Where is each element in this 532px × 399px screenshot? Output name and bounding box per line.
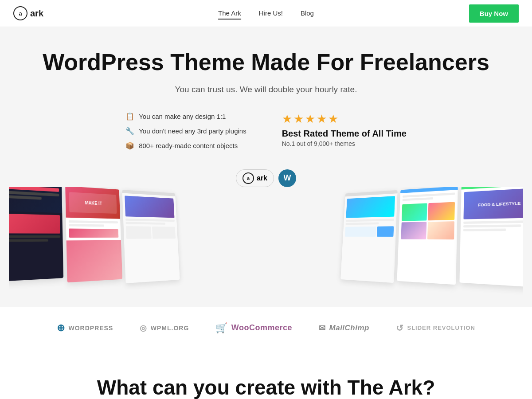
nav-item-the-ark[interactable]: The Ark	[218, 9, 241, 17]
partners-section: ⊕ WORDPRESS ◎ WPML.ORG 🛒 WooCommerce ✉ M…	[0, 307, 532, 349]
copy-icon: 📋	[125, 112, 134, 121]
nav-item-hire-us[interactable]: Hire Us!	[259, 9, 283, 17]
logo-name: ark	[30, 8, 43, 19]
partner-slider-label: SLIDER REVOLUTION	[407, 325, 475, 331]
partner-wpml-label: WPML.ORG	[151, 325, 189, 332]
partner-woo-label: WooCommerce	[231, 323, 292, 332]
hero-subtitle: You can trust us. We will double your ho…	[9, 85, 523, 94]
woo-icon: 🛒	[215, 322, 228, 334]
screenshots-area: MAKE IT	[9, 187, 523, 307]
screenshots-left: MAKE IT	[9, 187, 180, 292]
screenshot-card-5	[397, 187, 458, 285]
slider-icon: ↺	[396, 323, 404, 333]
partner-wordpress-label: WORDPRESS	[68, 325, 113, 332]
feature-item-2: 🔧 You don't need any 3rd party plugins	[125, 127, 246, 135]
wrench-icon: 🔧	[125, 127, 134, 135]
screenshot-card-4	[340, 190, 397, 283]
wpml-icon: ◎	[140, 323, 147, 333]
nav-item-blog[interactable]: Blog	[301, 9, 314, 17]
logo[interactable]: a ark	[13, 6, 43, 20]
partner-woocommerce: 🛒 WooCommerce	[215, 322, 292, 334]
rating-block: ★★★★★ Best Rated Theme of All Time No.1 …	[282, 112, 407, 156]
partner-mailchimp: ✉ MailChimp	[319, 323, 369, 333]
ark-logo-badge: a ark	[236, 169, 274, 187]
partner-mailchimp-label: MailChimp	[329, 324, 369, 332]
feature-text-3: 800+ ready-made content objects	[139, 142, 238, 149]
screenshot-card-1	[9, 187, 63, 282]
features-left: 📋 You can make any design 1:1 🔧 You don'…	[125, 112, 246, 156]
hero-logos-row: a ark W	[9, 169, 523, 187]
features-row: 📋 You can make any design 1:1 🔧 You don'…	[9, 112, 523, 156]
mailchimp-icon: ✉	[319, 323, 326, 333]
rating-subtitle: No.1 out of 9,000+ themes	[282, 140, 407, 147]
logo-circle: a	[13, 6, 27, 20]
feature-text-1: You can make any design 1:1	[139, 113, 226, 120]
ark-badge-name: ark	[257, 174, 267, 182]
create-section: What can you create with The Ark? Finall…	[0, 349, 532, 399]
create-title: What can you create with The Ark?	[9, 376, 523, 399]
buy-now-button[interactable]: Buy Now	[469, 4, 519, 23]
screenshots-right: FOOD & LIFESTYLE	[340, 187, 523, 293]
hero-section: WordPress Theme Made For Freelancers You…	[0, 27, 532, 307]
rating-title: Best Rated Theme of All Time	[282, 129, 407, 139]
wordpress-icon: ⊕	[57, 322, 65, 334]
screenshot-card-6: FOOD & LIFESTYLE	[459, 187, 523, 288]
screenshot-card-2: MAKE IT	[65, 187, 122, 282]
star-rating: ★★★★★	[282, 112, 407, 126]
feature-item-1: 📋 You can make any design 1:1	[125, 112, 246, 121]
nav-links: The Ark Hire Us! Blog	[218, 9, 314, 17]
partner-wpml: ◎ WPML.ORG	[140, 323, 189, 333]
box-icon: 📦	[125, 141, 134, 150]
navbar: a ark The Ark Hire Us! Blog Buy Now	[0, 0, 532, 27]
ark-badge-circle: a	[243, 172, 254, 184]
feature-text-2: You don't need any 3rd party plugins	[139, 127, 246, 135]
screenshot-card-3	[122, 190, 180, 283]
partner-wordpress: ⊕ WORDPRESS	[57, 322, 113, 334]
wordpress-badge: W	[278, 169, 296, 187]
hero-title: WordPress Theme Made For Freelancers	[9, 49, 523, 76]
feature-item-3: 📦 800+ ready-made content objects	[125, 141, 246, 150]
partner-slider-revolution: ↺ SLIDER REVOLUTION	[396, 323, 475, 333]
